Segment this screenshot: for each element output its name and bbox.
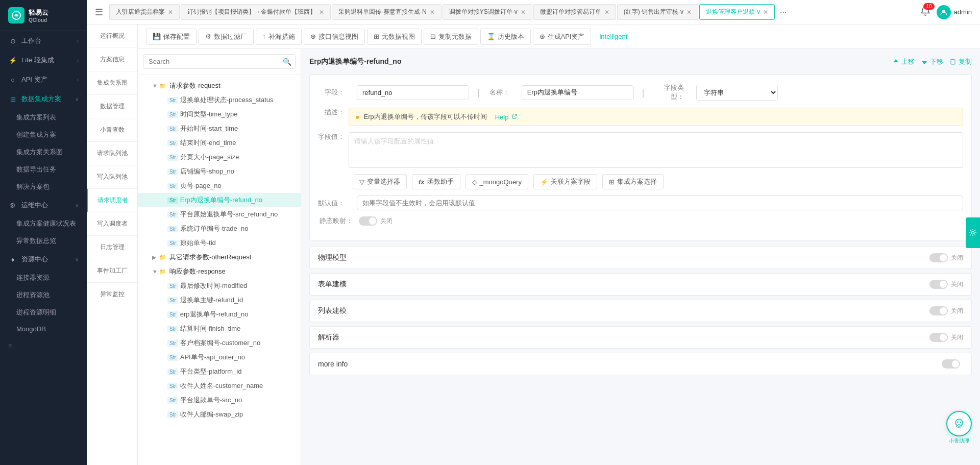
tree-node-end-time[interactable]: Str 结束时间-end_time bbox=[138, 136, 301, 150]
list-build-toggle[interactable]: 关闭 bbox=[929, 306, 963, 315]
tab-close-weimeng[interactable]: ✕ bbox=[604, 9, 609, 16]
var-selector-button[interactable]: ▽ 变量选择器 bbox=[353, 174, 407, 189]
tree-node-resp-refund-no[interactable]: Str erp退换单号-refund_no bbox=[138, 307, 301, 322]
sidebar-item-workspace[interactable]: ⊙ 工作台 › bbox=[0, 31, 87, 51]
tab-sale-out[interactable]: (红字) 销售出库审核-v ✕ bbox=[617, 4, 698, 20]
sidebar-item-process-pool[interactable]: 进程资源池 bbox=[0, 286, 87, 304]
left-nav-request-caller[interactable]: 请求调度者 bbox=[87, 189, 137, 212]
sidebar-item-connectors[interactable]: 连接器资源 bbox=[0, 269, 87, 286]
left-nav-write-queue[interactable]: 写入队列池 bbox=[87, 165, 137, 189]
tree-node-customer-name[interactable]: Str 收件人姓名-customer_name bbox=[138, 379, 301, 393]
sidebar-item-resources[interactable]: ♦ 资源中心 ∨ bbox=[0, 250, 87, 269]
field-name-input[interactable] bbox=[357, 85, 469, 100]
sidebar-item-ops[interactable]: ⚙ 运维中心 ∨ bbox=[0, 195, 87, 215]
tree-node-src-no[interactable]: Str 平台退款单号-src_no bbox=[138, 393, 301, 407]
sidebar-item-create-scheme[interactable]: 创建集成方案 bbox=[0, 126, 87, 143]
history-button[interactable]: ⌛ 历史版本 bbox=[480, 29, 531, 45]
tree-node-time-type[interactable]: Str 时间类型-time_type bbox=[138, 107, 301, 121]
up-action[interactable]: 上移 bbox=[892, 57, 915, 66]
sidebar-item-scheme-relation[interactable]: 集成方案关系图 bbox=[0, 143, 87, 161]
assistant-float-button[interactable]: 小青助理 bbox=[946, 411, 972, 445]
supplement-button[interactable]: ↑ 补漏措施 bbox=[256, 29, 302, 45]
sidebar-item-process-detail[interactable]: 进程资源明细 bbox=[0, 304, 87, 321]
sidebar-collapse-button[interactable]: ≡ bbox=[0, 337, 87, 355]
tab-close-refund-mgmt[interactable]: ✕ bbox=[763, 9, 768, 16]
sidebar-item-data-integration[interactable]: ⊞ 数据集成方案 ∨ bbox=[0, 89, 87, 109]
parser-toggle[interactable]: 关闭 bbox=[929, 333, 963, 342]
physical-model-toggle[interactable]: 关闭 bbox=[929, 253, 963, 262]
left-nav-request-queue[interactable]: 请求队列池 bbox=[87, 142, 137, 165]
left-nav-little-green[interactable]: 小青查数 bbox=[87, 118, 137, 142]
sidebar-item-lite[interactable]: ⚡ Lite 轻集成 › bbox=[0, 51, 87, 70]
tree-node-api-outer-no[interactable]: Str API单号-api_outer_no bbox=[138, 350, 301, 364]
toggle-request-params[interactable]: ▼ bbox=[152, 83, 159, 89]
tree-node-customer-no[interactable]: Str 客户档案编号-customer_no bbox=[138, 336, 301, 350]
tree-node-start-time[interactable]: Str 开始时间-start_time bbox=[138, 121, 301, 136]
tree-node-finish-time[interactable]: Str 结算时间-finish_time bbox=[138, 322, 301, 336]
tree-node-trade-no[interactable]: Str 系统订单编号-trade_no bbox=[138, 222, 301, 236]
tree-node-response-params[interactable]: ▼ 📁 响应参数-response bbox=[138, 264, 301, 279]
sidebar-item-solution-pkg[interactable]: 解决方案包 bbox=[0, 178, 87, 195]
form-build-toggle[interactable]: 关闭 bbox=[929, 280, 963, 289]
sidebar-item-health[interactable]: 集成方案健康状况表 bbox=[0, 215, 87, 232]
tree-node-refund-id[interactable]: Str 退换单主键-refund_id bbox=[138, 293, 301, 307]
tab-close-dingding[interactable]: ✕ bbox=[319, 9, 324, 16]
left-nav-write-caller[interactable]: 写入调度者 bbox=[87, 212, 137, 236]
topbar-menu-icon[interactable]: ☰ bbox=[95, 7, 103, 18]
tree-node-other-request[interactable]: ▶ 📁 其它请求参数-otherRequest bbox=[138, 250, 301, 264]
admin-area[interactable]: admin bbox=[937, 5, 972, 19]
sidebar-item-data-export[interactable]: 数据导出任务 bbox=[0, 161, 87, 178]
left-nav-event-factory[interactable]: 事件加工厂 bbox=[87, 259, 137, 283]
sidebar-item-mongodb[interactable]: MongoDB bbox=[0, 321, 87, 337]
tree-node-shop-no[interactable]: Str 店铺编号-shop_no bbox=[138, 164, 301, 179]
data-filter-button[interactable]: ⚙ 数据过滤厂 bbox=[199, 29, 254, 45]
copy-action[interactable]: 复制 bbox=[949, 57, 972, 66]
left-nav-exception-monitor[interactable]: 异常监控 bbox=[87, 283, 137, 306]
tab-weimeng[interactable]: 微盟订单对接管易订单 ✕ bbox=[533, 4, 616, 20]
meta-view-button[interactable]: ⊞ 元数据视图 bbox=[367, 29, 422, 45]
tab-close-goods-archive[interactable]: ✕ bbox=[168, 9, 173, 16]
tree-node-modified[interactable]: Str 最后修改时间-modified bbox=[138, 279, 301, 293]
settings-panel-button[interactable] bbox=[966, 217, 980, 248]
intelligent-button[interactable]: intelligent bbox=[593, 30, 633, 43]
mongo-query-button[interactable]: ◇ _mongoQuery bbox=[465, 174, 528, 189]
search-input[interactable] bbox=[143, 54, 296, 69]
left-nav-overview[interactable]: 运行概况 bbox=[87, 25, 137, 48]
tree-node-refund-no[interactable]: Str Erp内退换单编号-refund_no bbox=[138, 193, 301, 207]
tree-node-src-refund-no[interactable]: Str 平台原始退换单号-src_refund_no bbox=[138, 207, 301, 222]
tab-close-transfer[interactable]: ✕ bbox=[521, 9, 526, 16]
tab-goods-archive[interactable]: 入驻店通货品档案 ✕ bbox=[109, 4, 180, 20]
toggle-response-params[interactable]: ▼ bbox=[152, 268, 159, 275]
rel-field-button[interactable]: ⚡ 关联方案字段 bbox=[533, 174, 597, 189]
left-nav-scheme-info[interactable]: 方案信息 bbox=[87, 48, 137, 71]
left-nav-data-mgmt[interactable]: 数据管理 bbox=[87, 95, 137, 118]
left-nav-log-mgmt[interactable]: 日志管理 bbox=[87, 236, 137, 259]
tree-node-platform-id[interactable]: Str 平台类型-platform_id bbox=[138, 364, 301, 379]
toggle-other-request[interactable]: ▶ bbox=[152, 254, 159, 261]
tab-refund-mgmt[interactable]: 退换管理客户退款-v ✕ bbox=[699, 4, 775, 20]
tab-dingding-reimbursement[interactable]: 订钉报销【项目报销类】→金蝶付款单【班西】 ✕ bbox=[181, 4, 331, 20]
copy-meta-button[interactable]: ⊡ 复制元数据 bbox=[424, 29, 478, 45]
tab-purchase-return[interactable]: 采购退料单回传-赛意直接生成-N ✕ bbox=[332, 4, 442, 20]
field-type-select[interactable]: 字符串 数字 布尔 对象 数组 bbox=[696, 85, 778, 101]
save-config-button[interactable]: 💾 保存配置 bbox=[146, 29, 197, 45]
static-toggle[interactable]: 关闭 bbox=[359, 216, 393, 226]
tab-close-purchase-return[interactable]: ✕ bbox=[430, 9, 435, 16]
tab-transfer[interactable]: 调拨单对接YS调拨订单-v ✕ bbox=[443, 4, 532, 20]
gen-api-button[interactable]: ⊛ 生成API资产 bbox=[533, 29, 592, 45]
tree-node-page-no[interactable]: Str 页号-page_no bbox=[138, 179, 301, 193]
tree-node-request-params[interactable]: ▼ 📁 请求参数-request bbox=[138, 79, 301, 93]
down-action[interactable]: 下移 bbox=[921, 57, 943, 66]
func-helper-button[interactable]: fx 函数助手 bbox=[412, 174, 460, 189]
scheme-select-button[interactable]: ⊞ 集成方案选择 bbox=[602, 174, 664, 189]
sidebar-item-exception-data[interactable]: 异常数据总览 bbox=[0, 232, 87, 250]
sidebar-item-scheme-list[interactable]: 集成方案列表 bbox=[0, 109, 87, 126]
name-value-input[interactable] bbox=[522, 85, 634, 100]
tree-node-page-size[interactable]: Str 分页大小-page_size bbox=[138, 150, 301, 164]
tabs-more-button[interactable]: ··· bbox=[776, 6, 791, 19]
more-info-toggle[interactable] bbox=[942, 359, 963, 369]
tree-node-process-status[interactable]: Str 退换单处理状态-process_status bbox=[138, 93, 301, 107]
tab-close-sale-out[interactable]: ✕ bbox=[687, 9, 692, 16]
sidebar-item-api[interactable]: ○ API 资产 › bbox=[0, 70, 87, 89]
interface-view-button[interactable]: ⊕ 接口信息视图 bbox=[304, 29, 365, 45]
